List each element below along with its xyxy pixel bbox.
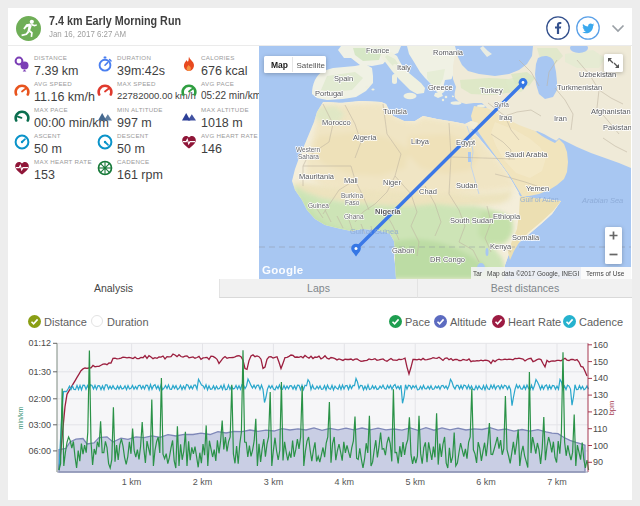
svg-text:Italy: Italy	[397, 63, 411, 72]
svg-text:120: 120	[593, 407, 608, 417]
svg-text:Egypt: Egypt	[456, 138, 476, 147]
svg-text:Gulf of Guinea: Gulf of Guinea	[350, 227, 399, 236]
svg-text:Burkina: Burkina	[341, 192, 363, 199]
svg-text:Niger: Niger	[383, 178, 401, 187]
svg-text:Pakistan: Pakistan	[603, 123, 631, 132]
svg-text:Map: Map	[271, 60, 288, 70]
svg-text:Tunisia: Tunisia	[383, 107, 408, 116]
svg-text:3 km: 3 km	[264, 477, 284, 487]
svg-text:Google: Google	[262, 264, 303, 276]
svg-text:min/km: min/km	[17, 407, 24, 430]
svg-text:Morocco: Morocco	[322, 118, 351, 127]
svg-text:Syria: Syria	[494, 101, 509, 109]
svg-text:Kenya: Kenya	[490, 242, 512, 251]
svg-text:Gulf of Aden: Gulf of Aden	[520, 196, 559, 203]
svg-text:Faso: Faso	[345, 199, 360, 206]
svg-text:Spain: Spain	[334, 74, 353, 83]
svg-text:Sudan: Sudan	[456, 181, 478, 190]
svg-text:bpm: bpm	[607, 401, 616, 416]
svg-text:6 km: 6 km	[476, 477, 496, 487]
svg-text:Satellite: Satellite	[297, 61, 326, 70]
svg-text:Greece: Greece	[428, 83, 453, 92]
svg-text:Iraq: Iraq	[499, 113, 512, 122]
svg-text:Algeria: Algeria	[353, 133, 377, 142]
svg-text:03:00: 03:00	[28, 420, 51, 430]
svg-text:160: 160	[593, 340, 608, 350]
svg-text:Turkmenistan: Turkmenistan	[557, 83, 602, 92]
svg-text:Chad: Chad	[419, 187, 437, 196]
svg-text:Ethiopia: Ethiopia	[493, 212, 521, 221]
svg-text:Gabon: Gabon	[392, 246, 415, 255]
svg-text:2 km: 2 km	[193, 477, 213, 487]
svg-text:130: 130	[593, 390, 608, 400]
svg-text:5 km: 5 km	[405, 477, 425, 487]
svg-text:Iran: Iran	[554, 114, 567, 123]
svg-text:Portugal: Portugal	[315, 89, 343, 98]
svg-text:Mauritania: Mauritania	[299, 172, 335, 181]
svg-text:06:00: 06:00	[28, 446, 51, 456]
svg-text:DR Congo: DR Congo	[430, 255, 465, 264]
svg-text:140: 140	[593, 373, 608, 383]
svg-text:4 km: 4 km	[335, 477, 355, 487]
svg-text:Western: Western	[296, 146, 320, 153]
svg-text:Libya: Libya	[411, 137, 430, 146]
svg-text:Map data ©2017 Google, INEGI: Map data ©2017 Google, INEGI	[487, 270, 579, 278]
svg-text:Afghanistan: Afghanistan	[591, 107, 631, 116]
svg-text:Saudi Arabia: Saudi Arabia	[505, 150, 548, 159]
svg-text:France: France	[366, 46, 389, 55]
svg-text:South Sudan: South Sudan	[450, 216, 493, 225]
svg-text:01:30: 01:30	[28, 367, 51, 377]
svg-text:90: 90	[593, 457, 603, 467]
svg-text:Mali: Mali	[344, 176, 358, 185]
svg-text:Ghana: Ghana	[344, 213, 364, 220]
svg-text:Terms of Use: Terms of Use	[586, 270, 625, 277]
svg-text:Yemen: Yemen	[526, 184, 549, 193]
svg-text:150: 150	[593, 357, 608, 367]
svg-text:Tar: Tar	[473, 270, 483, 277]
svg-text:100: 100	[593, 441, 608, 451]
svg-text:02:00: 02:00	[28, 394, 51, 404]
svg-text:01:12: 01:12	[28, 338, 51, 348]
svg-text:Somalia: Somalia	[512, 233, 540, 242]
svg-text:7 km: 7 km	[547, 477, 567, 487]
svg-text:Nigeria: Nigeria	[375, 207, 401, 216]
svg-text:Turkey: Turkey	[480, 86, 503, 95]
svg-text:Sahara: Sahara	[298, 153, 319, 160]
svg-text:Guinea: Guinea	[308, 202, 329, 209]
svg-text:1 km: 1 km	[122, 477, 142, 487]
svg-text:Arabian Sea: Arabian Sea	[581, 196, 623, 205]
svg-text:Romania: Romania	[433, 48, 464, 57]
svg-text:110: 110	[593, 424, 607, 434]
